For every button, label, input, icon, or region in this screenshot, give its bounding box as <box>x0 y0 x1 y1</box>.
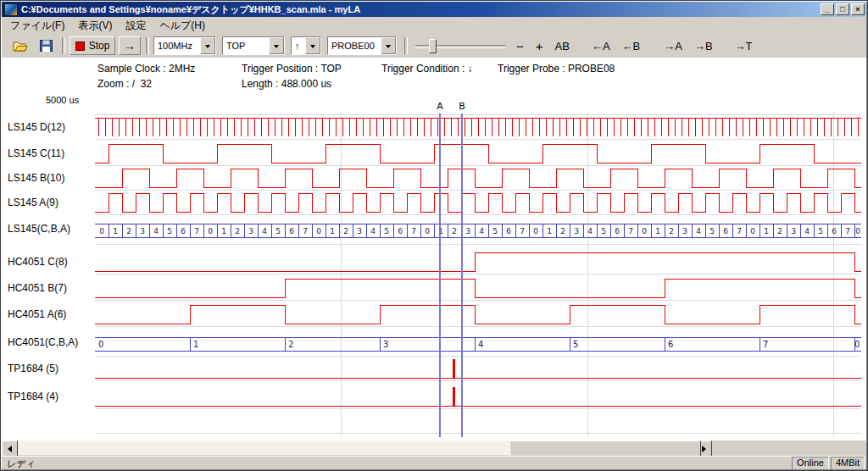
svg-text:0: 0 <box>855 227 860 236</box>
svg-text:2: 2 <box>777 227 782 236</box>
svg-text:1: 1 <box>193 340 198 349</box>
run-arrow-icon: → <box>124 39 136 53</box>
save-file-button[interactable] <box>36 36 57 55</box>
svg-text:7: 7 <box>520 227 525 236</box>
svg-text:5: 5 <box>384 227 389 236</box>
window-title: C:¥Documents and Settings¥noname¥デスクトップ¥… <box>21 3 819 16</box>
trigger-probe-value: PROBE00 <box>328 41 381 51</box>
zoom-out-button[interactable]: − <box>512 36 528 55</box>
menu-view[interactable]: 表示(V) <box>71 17 119 35</box>
svg-text:6: 6 <box>506 227 511 236</box>
titlebar[interactable]: C:¥Documents and Settings¥noname¥デスクトップ¥… <box>2 2 866 17</box>
goto-a-right-button[interactable]: →A <box>659 36 687 55</box>
svg-text:3: 3 <box>140 227 145 236</box>
svg-text:4: 4 <box>153 227 159 236</box>
maximize-button[interactable]: □ <box>836 3 849 15</box>
toolbar-separator <box>404 37 408 54</box>
svg-text:0: 0 <box>208 227 213 236</box>
ab-cursors-button[interactable]: AB <box>551 36 574 55</box>
svg-text:5: 5 <box>492 227 498 236</box>
svg-text:3: 3 <box>383 340 388 349</box>
trigger-probe-info: Trigger Probe : PROBE08 <box>498 63 615 75</box>
menu-file[interactable]: ファイル(F) <box>3 17 71 35</box>
save-icon <box>40 40 53 52</box>
goto-b-right-button[interactable]: →B <box>690 36 717 55</box>
svg-text:7: 7 <box>737 227 742 236</box>
svg-text:1: 1 <box>438 227 443 236</box>
svg-text:1: 1 <box>764 227 769 236</box>
chevron-down-icon[interactable] <box>305 37 320 54</box>
run-button[interactable]: → <box>119 36 141 55</box>
waveform-plot[interactable]: 0123456701234567012345670123456701234567… <box>2 97 866 441</box>
sample-clock-select[interactable]: 100MHz <box>153 36 216 55</box>
svg-text:7: 7 <box>628 227 633 236</box>
scroll-right-icon <box>702 446 709 452</box>
toolbar-separator <box>62 37 65 54</box>
goto-b-left-button[interactable]: ←B <box>618 36 645 55</box>
svg-text:3: 3 <box>465 227 470 236</box>
svg-text:3: 3 <box>574 227 579 236</box>
sample-clock-info: Sample Clock : 2MHz <box>97 63 195 75</box>
stop-button[interactable]: Stop <box>70 36 115 55</box>
length-info: Length : 488.000 us <box>242 78 331 90</box>
zoom-in-button[interactable]: + <box>531 36 548 55</box>
svg-text:2: 2 <box>288 340 293 349</box>
open-file-button[interactable] <box>8 36 32 55</box>
slider-thumb[interactable] <box>429 39 437 53</box>
svg-text:1: 1 <box>330 227 335 236</box>
svg-text:4: 4 <box>479 227 484 236</box>
svg-text:6: 6 <box>289 227 294 236</box>
chevron-down-icon[interactable] <box>200 37 215 54</box>
svg-text:7: 7 <box>194 227 199 236</box>
svg-text:4: 4 <box>478 340 483 349</box>
svg-text:4: 4 <box>804 227 810 236</box>
trigger-edge-select[interactable]: ↑ <box>291 36 321 55</box>
status-memory-panel: 4MBit <box>831 457 865 470</box>
chevron-down-icon[interactable] <box>381 37 396 54</box>
svg-text:0: 0 <box>750 227 755 236</box>
svg-text:5: 5 <box>275 227 281 236</box>
svg-text:6: 6 <box>398 227 403 236</box>
svg-text:6: 6 <box>668 340 673 349</box>
svg-text:5: 5 <box>167 227 172 236</box>
stop-icon <box>75 42 85 51</box>
status-message: レディ <box>2 457 792 470</box>
svg-text:6: 6 <box>723 227 728 236</box>
trigger-position-select[interactable]: TOP <box>222 36 285 55</box>
svg-text:5: 5 <box>601 227 606 236</box>
svg-text:0: 0 <box>98 340 103 349</box>
zoom-info: Zoom : / 32 <box>97 78 152 90</box>
minimize-button[interactable]: _ <box>821 3 834 15</box>
menubar: ファイル(F) 表示(V) 設定 ヘルプ(H) <box>2 17 866 34</box>
svg-text:4: 4 <box>696 227 701 236</box>
scrollbar-track[interactable] <box>18 441 696 455</box>
svg-text:2: 2 <box>669 227 674 236</box>
svg-text:5: 5 <box>709 227 715 236</box>
menu-settings[interactable]: 設定 <box>119 17 153 35</box>
toolbar: Stop → 100MHz TOP ↑ PROBE00 − + AB ←A <box>2 34 866 58</box>
svg-text:0: 0 <box>316 227 321 236</box>
scroll-left-button[interactable] <box>2 441 18 457</box>
svg-text:7: 7 <box>763 340 768 349</box>
folder-open-icon <box>13 41 28 52</box>
svg-text:7: 7 <box>411 227 416 236</box>
svg-text:A: A <box>437 101 443 112</box>
goto-a-left-button[interactable]: ←A <box>587 36 615 55</box>
goto-trigger-button[interactable]: →T <box>731 36 757 55</box>
waveform-client-area: Sample Clock : 2MHz Trigger Position : T… <box>2 58 866 441</box>
svg-text:2: 2 <box>126 227 131 236</box>
horizontal-scrollbar[interactable] <box>2 441 712 455</box>
trigger-probe-select[interactable]: PROBE00 <box>327 36 397 55</box>
svg-text:1: 1 <box>221 227 226 236</box>
menu-help[interactable]: ヘルプ(H) <box>153 17 212 35</box>
svg-text:0: 0 <box>642 227 647 236</box>
svg-text:B: B <box>459 101 465 112</box>
scrollbar-thumb[interactable] <box>509 441 701 457</box>
close-button[interactable]: × <box>851 3 865 15</box>
position-slider[interactable] <box>415 37 505 54</box>
chevron-down-icon[interactable] <box>269 37 284 54</box>
svg-text:0: 0 <box>99 227 104 236</box>
svg-text:2: 2 <box>235 227 240 236</box>
trigger-position-value: TOP <box>223 41 269 51</box>
statusbar: レディ Online 4MBit <box>2 456 866 470</box>
